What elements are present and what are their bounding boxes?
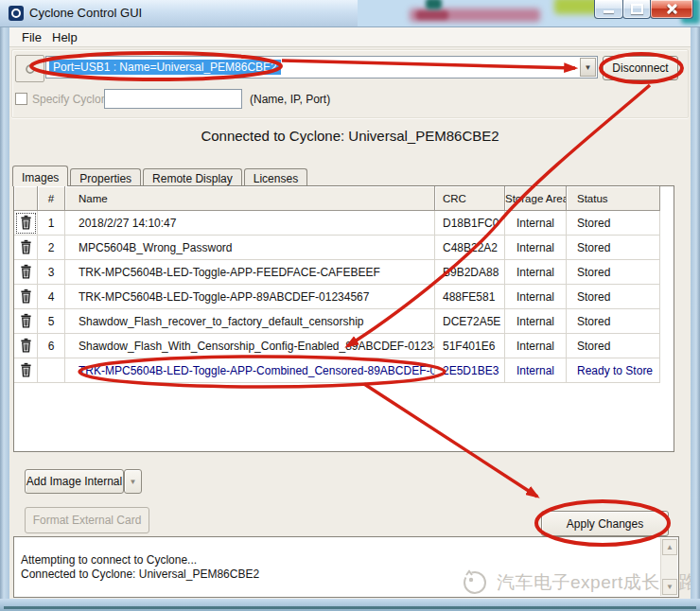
table-row[interactable]: 2 MPC5604B_Wrong_Password C48B22A2 Inter… — [14, 236, 674, 260]
cell-name[interactable]: MPC5604B_Wrong_Password — [65, 236, 435, 260]
cell-filler — [660, 309, 674, 334]
delete-cell[interactable] — [14, 211, 38, 236]
cell-filler — [660, 236, 674, 260]
cell-number: 4 — [38, 285, 65, 309]
app-icon-ring — [11, 9, 21, 18]
delete-cell[interactable] — [14, 358, 38, 383]
background-blur-red-text-2 — [416, 10, 448, 20]
table-header-row: # Name CRC Storage Area Status — [14, 186, 674, 211]
table-row[interactable]: 1 2018/2/27 14:10:47 D18B1FC0 Internal S… — [14, 211, 674, 236]
cell-crc: 51F401E6 — [435, 334, 505, 358]
scroll-up-icon: ▲ — [666, 543, 674, 551]
tab-strip: Images Properties Remote Display License… — [12, 166, 309, 186]
title-bar: Cyclone Control GUI — [0, 0, 700, 27]
specify-cyclone-hint: (Name, IP, Port) — [250, 93, 330, 106]
tab-licenses[interactable]: Licenses — [244, 168, 307, 186]
tab-properties[interactable]: Properties — [70, 168, 141, 186]
cell-name[interactable]: Shawdow_Flash_With_Censorship_Config-Ena… — [65, 334, 435, 358]
window-border-right — [691, 26, 700, 611]
chevron-down-icon: ▼ — [130, 478, 137, 486]
cell-storage: Internal — [505, 236, 567, 260]
combobox-dropdown-button[interactable]: ▼ — [580, 58, 596, 77]
trash-icon — [20, 288, 32, 304]
scroll-down-icon: ▼ — [666, 583, 674, 591]
add-image-dropdown-button[interactable]: ▼ — [124, 469, 142, 494]
cell-crc: 2E5D1BE3 — [435, 358, 505, 383]
scroll-up-button[interactable]: ▲ — [662, 539, 677, 555]
delete-cell[interactable] — [14, 236, 38, 260]
cell-number: 2 — [38, 236, 65, 260]
cell-number: 6 — [38, 334, 65, 358]
maximize-icon — [631, 4, 643, 14]
trash-icon — [20, 313, 32, 328]
menu-file[interactable]: File — [17, 29, 46, 45]
cell-status: Stored — [567, 260, 660, 285]
cell-filler — [660, 334, 674, 358]
cell-storage: Internal — [505, 334, 567, 358]
specify-cyclone-label: Specify Cyclone — [32, 93, 114, 106]
maximize-button[interactable] — [622, 0, 651, 19]
cell-name[interactable]: TRK-MPC5604B-LED-Toggle-APP-89ABCDEF-012… — [65, 285, 435, 309]
window-border-left — [0, 26, 9, 611]
tab-images[interactable]: Images — [12, 166, 68, 186]
close-button[interactable] — [650, 0, 693, 19]
cell-crc: B9B2DA88 — [435, 260, 505, 285]
cell-status: Stored — [567, 236, 660, 260]
cell-status: Stored — [567, 211, 660, 236]
cell-name[interactable]: TRK-MPC5604B-LED-Toggle-APP-Combined_Cen… — [65, 358, 435, 383]
trash-icon — [20, 264, 32, 279]
images-table: # Name CRC Storage Area Status 1 2018/2/… — [13, 185, 674, 452]
menu-help[interactable]: Help — [47, 29, 82, 45]
cell-number: 5 — [38, 309, 65, 334]
cell-storage: Internal — [505, 285, 567, 309]
cell-filler — [660, 260, 674, 285]
cell-name[interactable]: TRK-MPC5604B-LED-Toggle-APP-FEEDFACE-CAF… — [65, 260, 435, 285]
combobox-selected-value: Port=USB1 : Name=Universal_PEM86CBE2 — [49, 60, 281, 75]
minimize-button[interactable] — [594, 0, 623, 19]
background-blur-teal — [426, 0, 442, 9]
table-row[interactable]: 6 Shawdow_Flash_With_Censorship_Config-E… — [14, 334, 674, 358]
table-body: 1 2018/2/27 14:10:47 D18B1FC0 Internal S… — [14, 211, 674, 383]
delete-cell[interactable] — [14, 285, 38, 309]
table-row[interactable]: 4 TRK-MPC5604B-LED-Toggle-APP-89ABCDEF-0… — [14, 285, 674, 309]
refresh-button[interactable] — [15, 55, 44, 82]
cyclone-port-combobox[interactable]: Port=USB1 : Name=Universal_PEM86CBE2 ▼ — [45, 56, 598, 79]
add-image-internal-button[interactable]: Add Image Internal — [25, 469, 124, 494]
format-external-card-button: Format External Card — [25, 507, 149, 533]
header-filler — [660, 186, 674, 211]
specify-cyclone-input[interactable] — [104, 89, 242, 109]
cell-filler — [660, 358, 674, 383]
disconnect-button[interactable]: Disconnect — [603, 56, 678, 80]
table-row[interactable]: 5 Shawdow_Flash_recover_to_factory_defau… — [14, 309, 674, 334]
minimize-icon — [604, 10, 614, 13]
connection-status-heading: Connected to Cyclone: Universal_PEM86CBE… — [9, 128, 691, 144]
close-icon — [667, 4, 677, 14]
cell-storage: Internal — [505, 309, 567, 334]
specify-cyclone-checkbox[interactable] — [15, 93, 27, 105]
tab-remote-display[interactable]: Remote Display — [143, 168, 242, 186]
cell-number: 1 — [38, 211, 65, 236]
app-icon — [9, 6, 24, 21]
header-storage: Storage Area — [505, 186, 567, 211]
delete-cell[interactable] — [14, 260, 38, 285]
cell-name[interactable]: Shawdow_Flash_recover_to_factory_default… — [65, 309, 435, 334]
cell-status: Ready to Store — [567, 358, 660, 383]
delete-cell[interactable] — [14, 334, 38, 358]
trash-icon — [20, 239, 32, 254]
log-panel: Attempting to connect to Cyclone... Conn… — [13, 536, 679, 598]
delete-cell[interactable] — [14, 309, 38, 334]
table-row[interactable]: TRK-MPC5604B-LED-Toggle-APP-Combined_Cen… — [14, 358, 674, 383]
scroll-down-button[interactable]: ▼ — [662, 579, 677, 595]
cell-crc: DCE72A5E — [435, 309, 505, 334]
log-line: Attempting to connect to Cyclone... — [21, 553, 259, 567]
header-number: # — [38, 186, 65, 211]
trash-icon — [20, 215, 32, 230]
cell-status: Stored — [567, 309, 660, 334]
chevron-down-icon: ▼ — [585, 63, 592, 72]
apply-changes-button[interactable]: Apply Changes — [541, 511, 669, 536]
watermark-logo-icon — [459, 567, 491, 598]
cell-name[interactable]: 2018/2/27 14:10:47 — [65, 211, 435, 236]
refresh-icon — [24, 62, 37, 76]
table-row[interactable]: 3 TRK-MPC5604B-LED-Toggle-APP-FEEDFACE-C… — [14, 260, 674, 285]
log-scrollbar[interactable]: ▲ ▼ — [660, 538, 677, 596]
